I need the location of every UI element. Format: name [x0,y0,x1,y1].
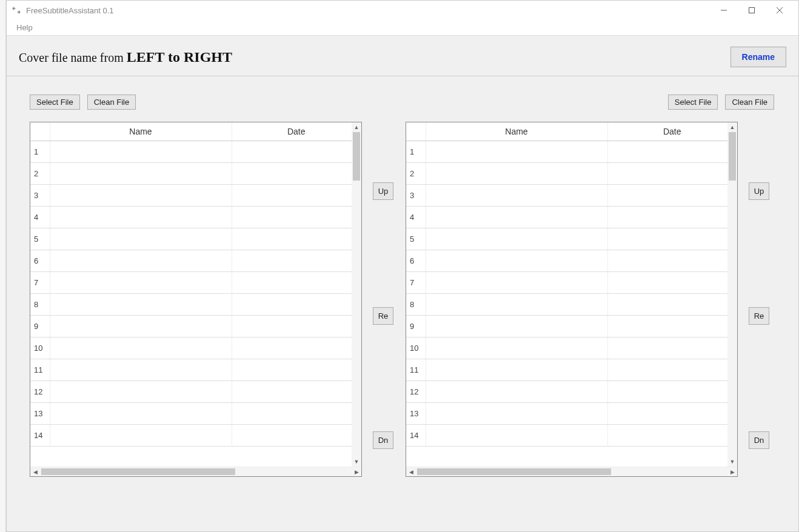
table-row[interactable]: 10 [30,337,361,359]
cell-name[interactable] [426,162,607,184]
table-row[interactable]: 3 [30,184,361,206]
table-row[interactable]: 13 [406,402,737,424]
cell-date[interactable] [607,424,737,446]
cell-name[interactable] [426,381,607,402]
left-up-button[interactable]: Up [373,182,393,200]
table-row[interactable]: 14 [406,424,737,446]
table-row[interactable]: 6 [406,250,737,271]
table-row[interactable]: 7 [406,271,737,293]
cell-name[interactable] [50,271,232,293]
left-horizontal-scrollbar[interactable]: ◀ ▶ [30,467,361,476]
cell-name[interactable] [426,424,607,446]
cell-date[interactable] [607,337,737,359]
table-row[interactable]: 7 [30,271,361,293]
cell-date[interactable] [607,315,737,337]
scroll-right-icon[interactable]: ▶ [352,467,361,476]
left-select-file-button[interactable]: Select File [30,95,80,110]
table-row[interactable]: 6 [30,250,361,271]
left-dn-button[interactable]: Dn [373,431,393,449]
left-col-name[interactable]: Name [50,122,232,141]
table-row[interactable]: 8 [30,293,361,315]
cell-date[interactable] [607,184,737,206]
cell-name[interactable] [426,315,607,337]
table-row[interactable]: 13 [30,402,361,424]
cell-date[interactable] [232,337,361,359]
cell-date[interactable] [232,381,361,402]
scroll-thumb[interactable] [729,132,736,181]
scroll-right-icon[interactable]: ▶ [727,467,737,476]
scroll-down-icon[interactable]: ▼ [727,457,737,467]
table-row[interactable]: 9 [30,315,361,337]
cell-date[interactable] [232,228,361,250]
scroll-down-icon[interactable]: ▼ [352,457,361,467]
minimize-button[interactable] [710,1,738,20]
cell-name[interactable] [426,293,607,315]
table-row[interactable]: 9 [406,315,737,337]
cell-date[interactable] [607,359,737,381]
right-col-date[interactable]: Date [607,122,737,141]
cell-name[interactable] [426,250,607,271]
table-row[interactable]: 2 [30,162,361,184]
close-button[interactable] [766,1,794,20]
cell-date[interactable] [232,271,361,293]
cell-date[interactable] [232,250,361,271]
right-col-name[interactable]: Name [426,122,607,141]
right-select-file-button[interactable]: Select File [668,95,718,110]
table-row[interactable]: 10 [406,337,737,359]
cell-name[interactable] [50,228,232,250]
cell-name[interactable] [50,337,232,359]
scroll-left-icon[interactable]: ◀ [406,467,416,476]
scroll-left-icon[interactable]: ◀ [30,467,40,476]
cell-name[interactable] [50,250,232,271]
table-row[interactable]: 4 [406,206,737,228]
cell-date[interactable] [607,250,737,271]
right-re-button[interactable]: Re [749,307,769,325]
cell-date[interactable] [232,293,361,315]
table-row[interactable]: 1 [406,141,737,162]
rename-button[interactable]: Rename [730,47,786,67]
maximize-button[interactable] [738,1,766,20]
table-row[interactable]: 12 [406,381,737,402]
cell-date[interactable] [232,315,361,337]
left-vertical-scrollbar[interactable]: ▲ ▼ [352,122,361,467]
scroll-up-icon[interactable]: ▲ [352,122,361,132]
cell-name[interactable] [50,359,232,381]
cell-name[interactable] [50,424,232,446]
cell-name[interactable] [50,381,232,402]
cell-name[interactable] [50,141,232,162]
table-row[interactable]: 2 [406,162,737,184]
cell-name[interactable] [426,184,607,206]
scroll-thumb[interactable] [353,132,360,181]
cell-name[interactable] [50,402,232,424]
table-row[interactable]: 1 [30,141,361,162]
right-clean-file-button[interactable]: Clean File [725,95,774,110]
cell-name[interactable] [426,359,607,381]
table-row[interactable]: 5 [30,228,361,250]
cell-date[interactable] [607,228,737,250]
table-row[interactable]: 11 [406,359,737,381]
cell-name[interactable] [426,337,607,359]
table-row[interactable]: 14 [30,424,361,446]
left-clean-file-button[interactable]: Clean File [87,95,136,110]
cell-name[interactable] [50,162,232,184]
cell-name[interactable] [426,228,607,250]
cell-name[interactable] [426,271,607,293]
cell-name[interactable] [50,184,232,206]
left-col-date[interactable]: Date [232,122,361,141]
cell-name[interactable] [50,293,232,315]
menu-help[interactable]: Help [13,22,36,33]
cell-date[interactable] [232,424,361,446]
cell-date[interactable] [232,402,361,424]
table-row[interactable]: 5 [406,228,737,250]
scroll-thumb[interactable] [417,468,611,475]
cell-date[interactable] [607,271,737,293]
cell-date[interactable] [607,206,737,228]
table-row[interactable]: 4 [30,206,361,228]
table-row[interactable]: 12 [30,381,361,402]
table-row[interactable]: 3 [406,184,737,206]
cell-date[interactable] [607,402,737,424]
cell-name[interactable] [426,141,607,162]
cell-date[interactable] [607,162,737,184]
cell-date[interactable] [232,359,361,381]
cell-date[interactable] [607,381,737,402]
